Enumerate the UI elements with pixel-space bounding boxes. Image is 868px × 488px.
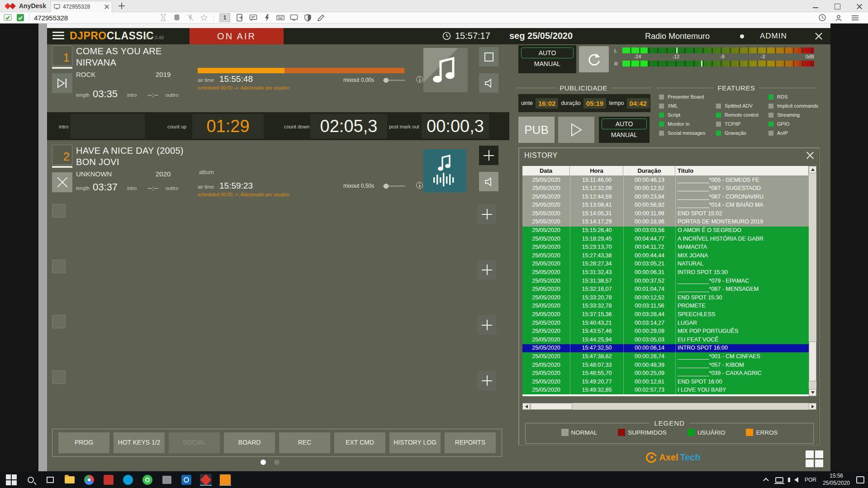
slider-handle[interactable]: [384, 78, 389, 83]
feature-checkbox[interactable]: Remote control: [716, 112, 759, 118]
feature-checkbox[interactable]: Implicit commands: [768, 103, 818, 109]
windows-logo-icon[interactable]: [806, 450, 823, 468]
file-transfer-icon[interactable]: [236, 14, 244, 22]
feature-checkbox[interactable]: Script: [659, 112, 680, 118]
history-log-button[interactable]: HISTORY LOG: [389, 432, 441, 453]
table-row[interactable]: 25/05/202015:48:07,3300:00:48,39________…: [522, 361, 809, 370]
outlook-icon[interactable]: [180, 474, 192, 486]
manual-mode-button[interactable]: MANUAL: [521, 58, 574, 69]
close-button[interactable]: [854, 2, 864, 10]
address-field[interactable]: 472955328: [34, 14, 68, 22]
session-history-icon[interactable]: [818, 14, 826, 22]
maximize-button[interactable]: [833, 2, 843, 10]
slider-handle[interactable]: [384, 184, 389, 189]
hot-keys-1-2-button[interactable]: HOT KEYS 1/2: [114, 432, 165, 453]
history-close-icon[interactable]: [806, 151, 815, 160]
player2-add-button[interactable]: [479, 146, 498, 165]
player1-play-button[interactable]: [52, 73, 72, 93]
slot-add-button[interactable]: [477, 315, 497, 335]
table-row[interactable]: 25/05/202015:31:38,5700:00:37,52________…: [522, 277, 809, 285]
table-row[interactable]: 25/05/202015:47:32,5000:00:06,14INTRO SP…: [522, 344, 809, 353]
table-row[interactable]: 25/05/202015:12:44,5900:00:23,84________…: [522, 193, 809, 201]
table-row[interactable]: 25/05/202015:27:43,3800:00:44,44MIX JOAN…: [522, 251, 809, 260]
table-row[interactable]: 25/05/202015:32:16,0700:01:04,74________…: [522, 285, 809, 294]
scroll-down-button[interactable]: [809, 389, 816, 396]
feature-checkbox[interactable]: TCP/IP: [716, 121, 740, 127]
table-row[interactable]: 25/05/202015:31:32,4300:00:06,31INTRO SP…: [522, 269, 809, 277]
favorite-star-icon[interactable]: [200, 14, 208, 22]
notification-center-icon[interactable]: [856, 476, 864, 483]
table-row[interactable]: 25/05/202015:14:17,2900:00:18,96PORTAS D…: [522, 218, 809, 227]
table-row[interactable]: 25/05/202015:15:26,4000:03:03,56O AMOR É…: [522, 227, 809, 235]
feature-checkbox[interactable]: GPIO: [768, 121, 790, 127]
slot-add-button[interactable]: [477, 371, 497, 390]
keyboard-icon[interactable]: [276, 14, 285, 22]
pager-dot[interactable]: [274, 460, 280, 465]
table-row[interactable]: 25/05/202015:48:55,7000:00:25,09________…: [522, 370, 809, 378]
djpro-icon[interactable]: [219, 474, 231, 486]
file-explorer-icon[interactable]: [64, 474, 76, 486]
refresh-button[interactable]: [579, 46, 609, 72]
feature-checkbox[interactable]: Gravação: [716, 130, 746, 136]
feature-checkbox[interactable]: AoIP: [768, 130, 788, 136]
feature-checkbox[interactable]: Monitor in: [659, 121, 689, 127]
scrollbar-thumb[interactable]: [809, 341, 816, 381]
anydesk-session-tab[interactable]: 472955328: [51, 1, 112, 12]
feature-checkbox[interactable]: RDS: [768, 94, 787, 99]
actions-flash-icon[interactable]: [263, 14, 271, 22]
player1-stop-button[interactable]: [479, 47, 498, 66]
slot-add-button[interactable]: [477, 204, 497, 224]
scroll-right-button[interactable]: [809, 403, 816, 410]
ext-cmd-button[interactable]: EXT CMD: [334, 432, 385, 453]
table-row[interactable]: 25/05/202015:37:15,3600:03:28,44SPEECHLE…: [522, 311, 809, 319]
chat-icon[interactable]: [249, 14, 257, 22]
horizontal-scrollbar[interactable]: [522, 403, 816, 410]
player1-speaker-button[interactable]: [479, 73, 498, 93]
table-row[interactable]: 25/05/202015:33:20,7800:00:12,52END SPOT…: [522, 294, 809, 302]
scroll-left-button[interactable]: [522, 403, 530, 410]
search-icon[interactable]: [25, 474, 37, 486]
player2-info-icon[interactable]: [416, 182, 423, 189]
hourglass-icon[interactable]: [159, 14, 167, 22]
col-duracao[interactable]: Duração: [623, 166, 675, 176]
language-indicator[interactable]: POR: [805, 477, 816, 483]
skype-icon[interactable]: [122, 474, 134, 486]
feature-checkbox[interactable]: XML: [659, 103, 678, 109]
vertical-scrollbar[interactable]: [809, 166, 816, 396]
table-row[interactable]: 25/05/202015:18:29,4500:04:44,77A INCRÍV…: [522, 235, 809, 243]
player1-info-icon[interactable]: [416, 76, 423, 83]
anydesk-icon[interactable]: [200, 474, 212, 486]
slot-add-button[interactable]: [477, 260, 497, 280]
permissions-shield-icon[interactable]: [304, 14, 312, 22]
table-row[interactable]: 25/05/202015:33:32,7800:03:11,56PROMETE: [522, 302, 809, 311]
feature-checkbox[interactable]: Social messages: [659, 130, 705, 136]
table-row[interactable]: 25/05/202015:49:20,7700:00:12,61END SPOT…: [522, 378, 809, 386]
reports-button[interactable]: REPORTS: [445, 432, 496, 453]
display-settings-icon[interactable]: [290, 14, 298, 22]
prog-button[interactable]: PROG: [58, 432, 109, 453]
table-row[interactable]: 25/05/202015:23:13,7000:04:11,72MAMACITA: [522, 243, 809, 252]
table-row[interactable]: 25/05/202015:40:43,2100:03:14,27LUGAR: [522, 319, 809, 327]
new-tab-icon[interactable]: [119, 3, 125, 9]
scrollbar-thumb[interactable]: [531, 403, 572, 410]
menu-icon[interactable]: [851, 14, 859, 22]
rec-button[interactable]: REC: [279, 432, 330, 453]
playlist-slot[interactable]: [52, 260, 66, 273]
pub-manual-button[interactable]: MANUAL: [602, 129, 647, 140]
pub-play-button[interactable]: [558, 117, 594, 143]
feature-checkbox[interactable]: Streaming: [768, 112, 800, 118]
table-row[interactable]: 25/05/202015:11:46,0000:00:46,13________…: [522, 176, 809, 185]
scroll-up-button[interactable]: [809, 166, 816, 173]
pub-button[interactable]: PUB: [518, 117, 555, 143]
whiteboard-pencil-icon[interactable]: [317, 14, 325, 22]
address-book-icon[interactable]: [835, 14, 843, 22]
board-button[interactable]: BOARD: [224, 432, 275, 453]
minimize-button[interactable]: [811, 2, 821, 10]
network-icon[interactable]: [775, 477, 783, 483]
chrome-icon[interactable]: [83, 474, 95, 486]
table-row[interactable]: 25/05/202015:44:25,9400:03:05,03EU FEAT …: [522, 336, 809, 344]
player2-speaker-button[interactable]: [479, 172, 498, 191]
playlist-slot[interactable]: [52, 204, 66, 218]
player1-mixout-slider[interactable]: [383, 80, 405, 81]
col-data[interactable]: Data: [522, 166, 570, 176]
